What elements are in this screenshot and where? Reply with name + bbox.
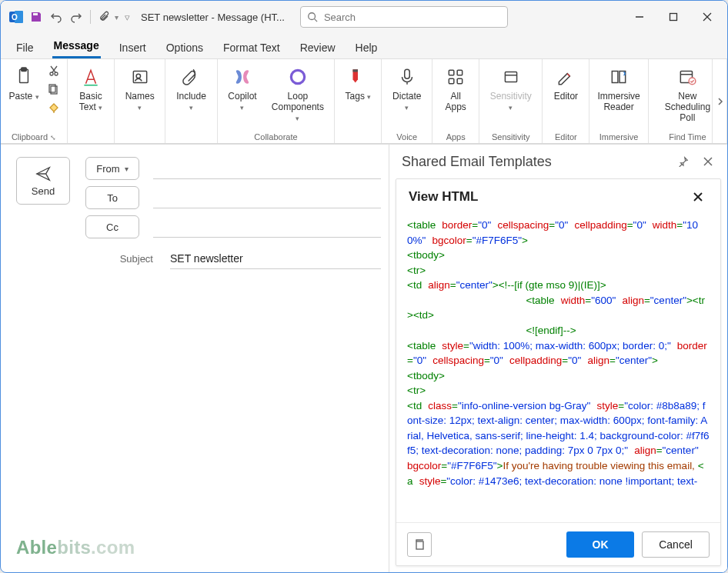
outlook-icon: O [8,9,24,25]
pin-icon[interactable] [673,152,693,172]
compose-pane: Send From ▾ To Cc [1,145,389,572]
menu-tab-insert[interactable]: Insert [118,37,148,58]
ribbon-group: Tags ▾ [335,59,382,143]
ribbon-group: Names ▾ [115,59,165,143]
close-button[interactable] [690,1,724,33]
html-code-view[interactable]: <table border="0" cellspacing="0" cellpa… [396,215,720,522]
undo-icon[interactable] [48,9,64,25]
basic-text-icon [81,64,101,90]
include-icon [182,64,202,90]
svg-point-10 [50,72,53,75]
svg-rect-24 [457,78,463,84]
menu-tab-format-text[interactable]: Format Text [222,37,282,58]
ribbon-paste-button[interactable]: Paste ▾ [4,62,44,104]
copy-icon[interactable] [45,81,62,98]
from-field[interactable] [153,158,381,179]
window-title: SET newsletter - Message (HT... [141,12,285,23]
svg-rect-19 [353,69,359,72]
separator [90,10,91,24]
svg-rect-23 [449,78,455,84]
to-field[interactable] [153,187,381,208]
paste-icon [14,64,34,90]
chevron-down-icon[interactable]: ▾ [115,13,119,22]
svg-rect-21 [449,70,455,75]
svg-point-11 [55,72,58,75]
ribbon: Paste ▾Clipboard ⤡BasicText ▾ Names ▾ In… [1,59,727,144]
redo-icon[interactable] [68,9,84,25]
copy-button[interactable] [407,532,432,557]
ribbon-sensitivity-button: Sensitivity ▾ [483,62,539,115]
ribbon-basic-text-button[interactable]: BasicText ▾ [71,62,111,115]
outlook-window: O ▾ ▿ SET newsletter - Message (HT... Se… [0,0,728,573]
search-input[interactable]: Search [300,6,508,28]
svg-point-3 [309,13,316,20]
menu-tab-help[interactable]: Help [354,37,379,58]
send-button[interactable]: Send [16,157,70,205]
all-apps-icon [446,64,466,90]
svg-point-28 [690,78,696,85]
ribbon-group-apps: AllAppsApps [432,59,479,143]
svg-rect-9 [22,68,27,71]
svg-rect-5 [670,14,677,21]
editor-icon [556,64,576,90]
format-painter-icon[interactable] [45,99,62,116]
svg-rect-22 [457,70,463,75]
menu-tab-file[interactable]: File [15,37,35,58]
ribbon-tags-button[interactable]: Tags ▾ [338,62,378,104]
ribbon-group: Include ▾ [165,59,217,143]
ribbon-loop-components-button[interactable]: LoopComponents ▾ [264,62,331,125]
panel-card: View HTML <table border="0" cellspacing=… [396,178,721,566]
svg-rect-34 [416,541,423,549]
cc-button[interactable]: Cc [85,215,139,238]
sensitivity-icon [501,64,521,90]
ribbon-group-clipboard: Paste ▾Clipboard ⤡ [1,59,68,143]
ribbon-group-sensitivity: Sensitivity ▾Sensitivity [479,59,543,143]
search-icon [307,12,318,22]
send-icon [35,165,52,182]
from-button[interactable]: From ▾ [85,157,139,180]
panel-footer: OK Cancel [396,522,720,565]
svg-rect-25 [505,72,516,82]
svg-point-18 [291,70,304,83]
ribbon-dictate-button[interactable]: Dictate ▾ [385,62,429,115]
svg-rect-20 [405,69,410,78]
menu-tab-options[interactable]: Options [165,37,205,58]
minimize-button[interactable] [623,1,656,33]
ribbon-group-voice: Dictate ▾Voice [382,59,432,143]
panel-close-button[interactable] [698,152,718,172]
subject-label: Subject [85,253,153,265]
body-area: Send From ▾ To Cc [1,144,727,572]
cc-field[interactable] [153,216,381,238]
ribbon-names-button[interactable]: Names ▾ [118,62,162,115]
svg-point-17 [136,74,140,78]
attach-icon[interactable] [97,9,112,25]
immersive-reader-icon [609,64,629,90]
titlebar: O ▾ ▿ SET newsletter - Message (HT... Se… [1,1,727,33]
ribbon-copilot-button[interactable]: Copilot ▾ [221,62,265,115]
maximize-button[interactable] [656,1,690,33]
card-close-button[interactable] [688,187,708,207]
ribbon-group-immersive: ImmersiveReaderImmersive [589,59,648,143]
panel-card-header: View HTML [396,179,720,215]
ribbon-editor-button[interactable]: Editor [546,62,586,104]
ribbon-group: BasicText ▾ [68,59,115,143]
watermark: Ablebits.com [16,537,135,558]
templates-panel: Shared Email Templates View HTML <tab [389,145,727,572]
subject-field[interactable]: SET newsletter [170,248,381,269]
ok-button[interactable]: OK [566,531,634,558]
cut-icon[interactable] [45,62,62,79]
menu-tab-message[interactable]: Message [52,35,101,58]
ribbon-all-apps-button[interactable]: AllApps [436,62,476,115]
cancel-button[interactable]: Cancel [642,531,710,558]
loop-components-icon [288,64,308,90]
copilot-icon [232,64,252,90]
save-icon[interactable] [28,9,44,25]
ribbon-overflow[interactable] [712,59,727,143]
ribbon-include-button[interactable]: Include ▾ [169,62,213,115]
qat-overflow[interactable]: ▿ [125,12,130,23]
menu-tab-review[interactable]: Review [299,37,337,58]
dictate-icon [397,64,417,90]
to-button[interactable]: To [85,186,139,209]
ribbon-immersive-reader-button[interactable]: ImmersiveReader [593,62,644,115]
new-scheduling-poll-icon [677,64,697,90]
